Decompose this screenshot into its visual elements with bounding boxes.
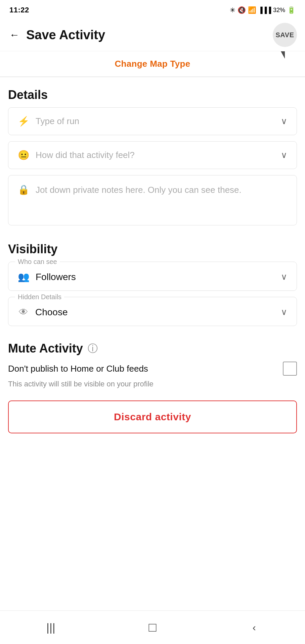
discard-activity-button[interactable]: Discard activity bbox=[8, 400, 297, 433]
run-type-icon: ⚡ bbox=[18, 116, 30, 127]
hidden-details-chevron: ∨ bbox=[281, 307, 287, 317]
who-can-see-dropdown[interactable]: Who can see 👥 Followers ∨ bbox=[8, 262, 297, 291]
back-button[interactable]: ← bbox=[8, 29, 21, 41]
visibility-form: Who can see 👥 Followers ∨ Hidden Details… bbox=[0, 262, 305, 326]
activity-feel-placeholder: How did that activity feel? bbox=[36, 150, 135, 160]
who-can-see-chevron: ∨ bbox=[281, 272, 287, 282]
change-map-type-button[interactable]: Change Map Type bbox=[8, 51, 297, 76]
who-can-see-value: Followers bbox=[36, 272, 76, 282]
home-icon: □ bbox=[149, 620, 157, 635]
mute-checkbox[interactable] bbox=[283, 362, 297, 376]
bottom-nav-home[interactable]: □ bbox=[102, 611, 204, 644]
mute-option-row: Don't publish to Home or Club feeds bbox=[8, 362, 297, 376]
back-nav-icon: ‹ bbox=[253, 622, 256, 633]
followers-icon: 👥 bbox=[18, 271, 30, 282]
activity-feel-chevron: ∨ bbox=[281, 150, 287, 160]
lock-icon: 🔒 bbox=[18, 184, 30, 195]
hidden-details-label: Hidden Details bbox=[15, 293, 64, 301]
hidden-details-dropdown[interactable]: Hidden Details 👁 Choose ∨ bbox=[8, 297, 297, 326]
visibility-section-header: Visibility bbox=[0, 231, 305, 262]
mute-activity-section: Mute Activity ⓘ Don't publish to Home or… bbox=[0, 332, 305, 388]
who-can-see-label: Who can see bbox=[15, 258, 60, 266]
private-notes-field[interactable]: 🔒 Jot down private notes here. Only you … bbox=[8, 175, 297, 225]
mute-icon: 🔇 bbox=[237, 6, 246, 14]
notes-placeholder: Jot down private notes here. Only you ca… bbox=[36, 183, 242, 197]
battery-icon: 🔋 bbox=[287, 6, 296, 14]
bottom-nav-back[interactable]: ‹ bbox=[203, 611, 305, 644]
nav-bar: ← Save Activity SAVE bbox=[0, 19, 305, 51]
menu-icon: ||| bbox=[46, 621, 55, 634]
bottom-nav-bar: ||| □ ‹ bbox=[0, 610, 305, 644]
details-form: ⚡ Type of run ∨ 😐 How did that activity … bbox=[0, 107, 305, 225]
details-section-header: Details bbox=[0, 77, 305, 107]
type-of-run-placeholder: Type of run bbox=[36, 116, 79, 126]
change-map-type-container: Change Map Type bbox=[0, 51, 305, 77]
activity-feel-dropdown[interactable]: 😐 How did that activity feel? ∨ bbox=[8, 141, 297, 169]
save-button[interactable]: SAVE bbox=[273, 23, 297, 47]
status-bar: 11:22 ✳ 🔇 📶 ▐▐▐ 32% 🔋 bbox=[0, 0, 305, 19]
discard-button-container: Discard activity bbox=[0, 400, 305, 433]
page-title: Save Activity bbox=[26, 28, 273, 42]
status-icons: ✳ 🔇 📶 ▐▐▐ 32% 🔋 bbox=[230, 6, 296, 14]
wifi-icon: 📶 bbox=[248, 6, 256, 14]
mute-option-text: Don't publish to Home or Club feeds bbox=[8, 364, 283, 374]
hidden-details-value: Choose bbox=[35, 307, 68, 318]
mute-activity-title: Mute Activity bbox=[8, 341, 83, 356]
type-of-run-dropdown[interactable]: ⚡ Type of run ∨ bbox=[8, 107, 297, 135]
info-icon[interactable]: ⓘ bbox=[88, 342, 98, 356]
hidden-details-icon: 👁 bbox=[18, 307, 29, 318]
mute-header: Mute Activity ⓘ bbox=[8, 341, 297, 356]
signal-icon: ▐▐▐ bbox=[258, 7, 271, 14]
bottom-nav-menu[interactable]: ||| bbox=[0, 611, 102, 644]
status-time: 11:22 bbox=[9, 6, 29, 14]
bluetooth-icon: ✳ bbox=[230, 6, 235, 14]
type-of-run-chevron: ∨ bbox=[281, 116, 287, 126]
battery-text: 32% bbox=[273, 7, 285, 14]
activity-feel-icon: 😐 bbox=[18, 150, 30, 161]
mute-sub-text: This activity will still be visible on y… bbox=[8, 380, 297, 388]
